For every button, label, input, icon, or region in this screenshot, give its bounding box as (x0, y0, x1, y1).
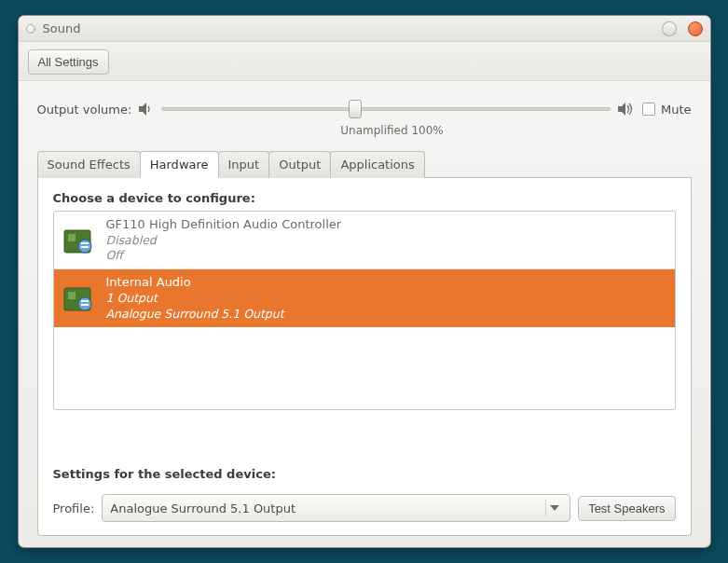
svg-rect-5 (81, 242, 89, 244)
device-status: Disabled (106, 233, 342, 248)
device-status: 1 Output (106, 291, 284, 306)
device-row[interactable]: GF110 High Definition Audio Controller D… (54, 212, 675, 269)
output-volume-row: Output volume: Mute (37, 98, 692, 120)
sound-card-icon (62, 282, 97, 314)
mute-checkbox[interactable] (642, 103, 655, 116)
volume-caption: Unamplified 100% (37, 124, 692, 137)
sound-card-icon (62, 225, 97, 256)
hardware-tab-body: Choose a device to configure: GF110 H (37, 178, 692, 536)
svg-rect-8 (68, 292, 76, 299)
mute-label: Mute (661, 103, 692, 117)
tab-applications[interactable]: Applications (330, 151, 424, 178)
settings-heading: Settings for the selected device: (53, 467, 676, 481)
tab-hardware[interactable]: Hardware (140, 151, 219, 178)
choose-device-heading: Choose a device to configure: (53, 191, 676, 205)
svg-rect-3 (68, 234, 76, 241)
device-row[interactable]: Internal Audio 1 Output Analogue Surroun… (54, 269, 675, 326)
app-icon (26, 24, 35, 34)
profile-select[interactable]: Analogue Surround 5.1 Output (102, 494, 570, 522)
svg-rect-11 (81, 304, 89, 306)
window-title: Sound (43, 21, 651, 35)
tab-sound-effects[interactable]: Sound Effects (37, 151, 141, 178)
close-button[interactable] (688, 21, 703, 36)
device-name: Internal Audio (106, 275, 284, 291)
svg-marker-12 (550, 505, 559, 511)
svg-marker-1 (618, 103, 625, 116)
content-area: Output volume: Mute Unamplified 100% Sou… (19, 81, 710, 547)
all-settings-button[interactable]: All Settings (28, 49, 109, 75)
test-speakers-button[interactable]: Test Speakers (578, 496, 675, 521)
mute-control: Mute (642, 103, 692, 117)
speaker-high-icon (618, 103, 635, 116)
toolbar: All Settings (19, 42, 710, 81)
speaker-low-icon (139, 103, 154, 116)
tab-strip: Sound Effects Hardware Input Output Appl… (37, 150, 692, 178)
profile-selected-value: Analogue Surround 5.1 Output (110, 501, 295, 515)
device-profile: Off (106, 248, 342, 263)
slider-thumb[interactable] (349, 100, 362, 118)
output-volume-slider[interactable] (161, 98, 611, 120)
device-list: GF110 High Definition Audio Controller D… (53, 211, 676, 410)
sound-settings-window: Sound All Settings Output volume: Mute U… (18, 15, 711, 548)
tab-input[interactable]: Input (218, 151, 270, 178)
svg-rect-6 (81, 246, 89, 248)
svg-rect-10 (81, 300, 89, 302)
profile-label: Profile: (53, 501, 95, 515)
output-volume-label: Output volume: (37, 103, 132, 117)
profile-row: Profile: Analogue Surround 5.1 Output Te… (53, 494, 676, 522)
device-text: GF110 High Definition Audio Controller D… (106, 217, 342, 263)
device-profile: Analogue Surround 5.1 Output (106, 307, 284, 322)
svg-marker-0 (139, 103, 146, 116)
tab-output[interactable]: Output (268, 151, 331, 178)
titlebar[interactable]: Sound (19, 16, 710, 42)
chevron-down-icon (545, 500, 562, 516)
device-text: Internal Audio 1 Output Analogue Surroun… (106, 275, 284, 321)
device-name: GF110 High Definition Audio Controller (106, 217, 342, 233)
minimize-button[interactable] (662, 21, 677, 36)
